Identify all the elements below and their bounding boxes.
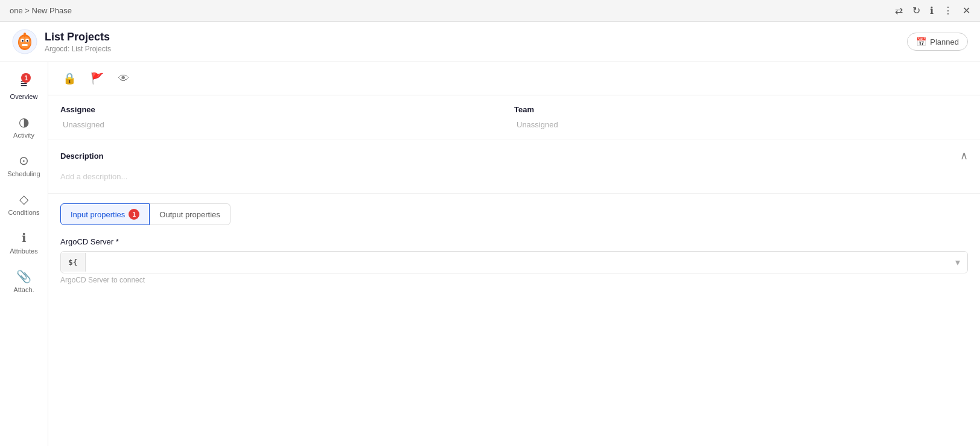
svg-point-5 (22, 40, 24, 42)
argo-logo (12, 29, 37, 54)
argocd-server-dropdown-icon[interactable]: ▾ (948, 252, 967, 273)
description-toggle-icon[interactable]: ∧ (960, 149, 968, 162)
refresh-icon[interactable]: ↻ (912, 5, 920, 16)
svg-point-9 (24, 33, 26, 35)
assignee-team-section: Assignee Unassigned Team Unassigned (48, 95, 980, 139)
sidebar-item-scheduling-label: Scheduling (7, 170, 40, 177)
breadcrumb: one > New Phase (10, 6, 72, 15)
page-title: List Projects (45, 31, 111, 43)
lock-icon[interactable]: 🔒 (60, 69, 78, 88)
tab-input-properties[interactable]: Input properties 1 (60, 203, 150, 225)
header-title: List Projects Argocd: List Projects (45, 31, 111, 53)
planned-button[interactable]: 📅 Planned (907, 33, 968, 51)
description-section: Description ∧ Add a description... (48, 139, 980, 194)
browser-bar: one > New Phase ⇄ ↻ ℹ ⋮ ✕ (0, 0, 980, 22)
description-header: Description ∧ (60, 149, 968, 162)
properties-tabs: Input properties 1 Output properties (60, 203, 968, 225)
sidebar-item-overview[interactable]: ≡ 1 Overview (2, 72, 46, 105)
browser-controls: ⇄ ↻ ℹ ⋮ ✕ (895, 5, 970, 16)
connect-icon[interactable]: ⇄ (895, 5, 903, 16)
input-properties-badge: 1 (129, 209, 139, 220)
menu-icon[interactable]: ⋮ (943, 5, 953, 16)
header: List Projects Argocd: List Projects 📅 Pl… (0, 22, 980, 62)
calendar-icon: 📅 (916, 37, 926, 46)
argocd-server-prefix: ${ (61, 253, 86, 272)
argocd-server-input-wrapper: ${ ▾ (60, 251, 968, 273)
sidebar-item-overview-label: Overview (10, 93, 38, 100)
argocd-server-input[interactable] (86, 253, 948, 272)
sidebar-item-attributes[interactable]: ℹ Attributes (2, 226, 46, 260)
output-properties-label: Output properties (159, 210, 220, 219)
input-properties-label: Input properties (71, 210, 125, 219)
attach-icon: 📎 (16, 269, 31, 284)
tab-output-properties[interactable]: Output properties (150, 203, 230, 225)
assignee-label: Assignee (60, 105, 514, 114)
sidebar: ≡ 1 Overview ◑ Activity ⊙ Scheduling ◇ C… (0, 62, 48, 446)
argocd-server-field: ArgoCD Server * ${ ▾ ArgoCD Server to co… (60, 237, 968, 284)
main-panel: 🔒 🚩 👁 Assignee Unassigned Team Unassigne… (48, 62, 980, 446)
overview-icon: ≡ 1 (21, 77, 28, 91)
argocd-server-hint: ArgoCD Server to connect (60, 276, 968, 284)
assignee-column: Assignee Unassigned (60, 105, 514, 129)
page-subtitle: Argocd: List Projects (45, 45, 111, 53)
description-label: Description (60, 151, 104, 161)
sidebar-item-conditions-label: Conditions (8, 209, 40, 216)
svg-point-2 (19, 36, 31, 48)
assignee-value[interactable]: Unassigned (60, 120, 514, 129)
toolbar: 🔒 🚩 👁 (48, 62, 980, 95)
sidebar-item-scheduling[interactable]: ⊙ Scheduling (2, 148, 46, 182)
info-icon[interactable]: ℹ (930, 5, 934, 16)
sidebar-item-attach[interactable]: 📎 Attach. (2, 264, 46, 298)
scheduling-icon: ⊙ (19, 153, 29, 168)
svg-rect-7 (22, 44, 28, 46)
sidebar-item-attributes-label: Attributes (10, 247, 37, 255)
team-column: Team Unassigned (514, 105, 968, 129)
svg-point-6 (27, 40, 28, 42)
content-area: ≡ 1 Overview ◑ Activity ⊙ Scheduling ◇ C… (0, 62, 980, 446)
close-icon[interactable]: ✕ (962, 5, 970, 16)
sidebar-item-attach-label: Attach. (13, 286, 34, 293)
eye-icon[interactable]: 👁 (116, 70, 132, 88)
activity-icon: ◑ (19, 115, 29, 129)
attributes-icon: ℹ (22, 231, 27, 245)
conditions-icon: ◇ (19, 192, 28, 206)
sidebar-item-conditions[interactable]: ◇ Conditions (2, 187, 46, 221)
planned-label: Planned (930, 37, 959, 46)
overview-badge: 1 (21, 73, 31, 83)
description-placeholder[interactable]: Add a description... (60, 170, 968, 183)
app: List Projects Argocd: List Projects 📅 Pl… (0, 22, 980, 446)
flag-icon[interactable]: 🚩 (88, 69, 106, 88)
team-label: Team (514, 105, 968, 114)
argocd-server-label: ArgoCD Server * (60, 237, 968, 246)
header-left: List Projects Argocd: List Projects (12, 29, 111, 54)
properties-section: Input properties 1 Output properties Arg… (48, 194, 980, 294)
team-value[interactable]: Unassigned (514, 120, 968, 129)
sidebar-item-activity-label: Activity (13, 132, 34, 139)
sidebar-item-activity[interactable]: ◑ Activity (2, 110, 46, 144)
